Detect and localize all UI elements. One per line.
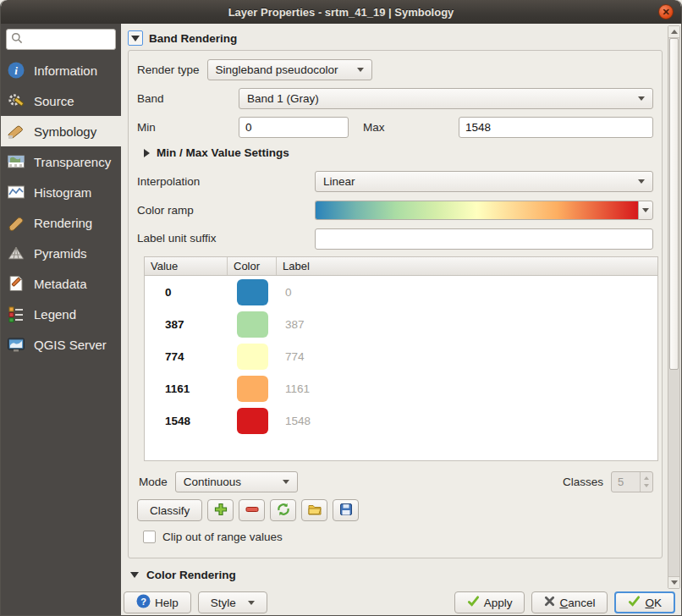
close-icon[interactable]: ✕ — [658, 4, 674, 19]
sidebar-item-legend[interactable]: Legend — [1, 299, 121, 329]
collapse-triangle-icon[interactable] — [128, 30, 143, 46]
sidebar-item-rendering[interactable]: Rendering — [1, 207, 121, 238]
scrollbar-thumb[interactable] — [669, 38, 679, 370]
label-cell[interactable]: 0 — [277, 286, 657, 299]
label-column-header[interactable]: Label — [277, 257, 657, 275]
color-rendering-header[interactable]: Color Rendering — [130, 569, 668, 581]
qgis-server-icon — [7, 335, 29, 354]
add-button[interactable] — [207, 499, 234, 521]
clip-label: Clip out of range values — [162, 531, 283, 543]
search-icon — [11, 32, 23, 47]
value-column-header[interactable]: Value — [145, 257, 228, 275]
rendering-icon — [7, 213, 29, 232]
sidebar-item-source[interactable]: Source — [1, 85, 121, 116]
cancel-button[interactable]: Cancel — [531, 591, 608, 613]
label-cell[interactable]: 1161 — [277, 382, 657, 395]
open-folder-button[interactable] — [301, 499, 327, 521]
color-column-header[interactable]: Color — [228, 257, 277, 275]
interpolation-label: Interpolation — [137, 175, 315, 188]
table-row[interactable]: 387387 — [145, 308, 657, 340]
help-icon: ? — [136, 594, 151, 611]
band-rendering-group: Render type Singleband pseudocolor Band … — [128, 50, 663, 558]
label-cell[interactable]: 1548 — [277, 415, 657, 427]
table-row[interactable]: 00 — [145, 276, 657, 308]
label-unit-suffix-input[interactable] — [315, 228, 653, 250]
sidebar-item-pyramids[interactable]: Pyramids — [1, 238, 121, 268]
chevron-down-icon — [642, 208, 649, 212]
color-swatch[interactable] — [237, 279, 268, 305]
table-row[interactable]: 11611161 — [145, 372, 657, 404]
max-input[interactable] — [459, 117, 653, 138]
interpolation-select[interactable]: Linear — [315, 171, 653, 192]
mode-select[interactable]: Continuous — [175, 471, 298, 492]
vertical-scrollbar[interactable] — [668, 25, 680, 589]
sidebar-item-information[interactable]: iInformation — [1, 55, 121, 85]
open-folder-icon — [307, 502, 322, 520]
color-swatch[interactable] — [237, 376, 268, 402]
label-cell[interactable]: 387 — [277, 318, 657, 331]
chevron-down-icon — [638, 96, 645, 101]
cross-icon — [544, 596, 555, 609]
value-cell[interactable]: 387 — [145, 318, 228, 331]
check-icon — [628, 595, 641, 610]
sidebar-item-transparency[interactable]: Transparency — [1, 146, 121, 177]
sidebar-item-label: Source — [34, 94, 74, 108]
color-map-table[interactable]: Value Color Label 0038738777477411611161… — [144, 256, 658, 461]
sidebar-item-metadata[interactable]: Metadata — [1, 268, 121, 299]
sidebar-item-histogram[interactable]: Histogram — [1, 177, 121, 207]
table-header[interactable]: Value Color Label — [145, 257, 657, 276]
ok-button[interactable]: OK — [614, 591, 675, 613]
color-ramp-preview[interactable] — [315, 201, 638, 220]
color-cell — [228, 279, 277, 305]
band-select[interactable]: Band 1 (Gray) — [239, 88, 653, 109]
refresh-icon — [276, 502, 291, 520]
band-rendering-header[interactable]: Band Rendering — [128, 30, 668, 46]
info-icon: i — [7, 61, 29, 80]
sidebar-item-label: Symbology — [34, 124, 96, 139]
value-cell[interactable]: 1161 — [145, 382, 228, 395]
search-input[interactable] — [23, 34, 107, 46]
search-box[interactable] — [6, 29, 116, 50]
sidebar-item-label: Rendering — [34, 216, 92, 230]
band-rendering-title: Band Rendering — [149, 32, 237, 45]
color-swatch[interactable] — [237, 311, 268, 338]
color-swatch[interactable] — [237, 344, 268, 370]
band-label: Band — [137, 92, 239, 105]
remove-button[interactable] — [239, 499, 265, 521]
classify-button[interactable]: Classify — [137, 499, 202, 521]
apply-button[interactable]: Apply — [454, 591, 525, 613]
scroll-up-icon[interactable] — [668, 26, 679, 38]
clip-checkbox[interactable] — [143, 531, 156, 543]
color-ramp-menu-button[interactable] — [638, 201, 653, 220]
label-unit-suffix-label: Label unit suffix — [137, 232, 315, 245]
save-button[interactable] — [333, 499, 359, 521]
min-input[interactable] — [239, 117, 349, 138]
chevron-down-icon — [248, 601, 255, 605]
source-icon — [7, 91, 29, 110]
value-cell[interactable]: 1548 — [145, 415, 228, 427]
titlebar[interactable]: Layer Properties - srtm_41_19 | Symbolog… — [1, 0, 681, 24]
transparency-icon — [7, 152, 29, 171]
dialog-footer: ? Help Style Apply Cancel OK — [121, 590, 681, 615]
table-row[interactable]: 15481548 — [145, 404, 657, 437]
color-cell — [228, 344, 277, 370]
scroll-down-icon[interactable] — [668, 576, 679, 588]
spinner-arrows-icon[interactable] — [640, 472, 652, 492]
label-cell[interactable]: 774 — [277, 350, 657, 363]
value-cell[interactable]: 0 — [145, 286, 228, 299]
value-cell[interactable]: 774 — [145, 350, 228, 363]
min-label: Min — [137, 121, 239, 134]
style-button[interactable]: Style — [198, 591, 267, 613]
refresh-button[interactable] — [270, 499, 296, 521]
check-icon — [467, 595, 480, 610]
remove-icon — [245, 502, 260, 520]
color-swatch[interactable] — [237, 408, 268, 434]
sidebar-item-qgis-server[interactable]: QGIS Server — [1, 329, 121, 360]
help-button[interactable]: ? Help — [124, 591, 191, 613]
table-row[interactable]: 774774 — [145, 340, 657, 372]
render-type-select[interactable]: Singleband pseudocolor — [207, 59, 372, 80]
minmax-settings-header[interactable]: Min / Max Value Settings — [144, 146, 653, 159]
sidebar-item-symbology[interactable]: Symbology — [1, 116, 121, 146]
classes-spinner[interactable]: 5 — [611, 471, 653, 492]
symbology-page: Band Rendering Render type Singleband ps… — [121, 24, 668, 590]
